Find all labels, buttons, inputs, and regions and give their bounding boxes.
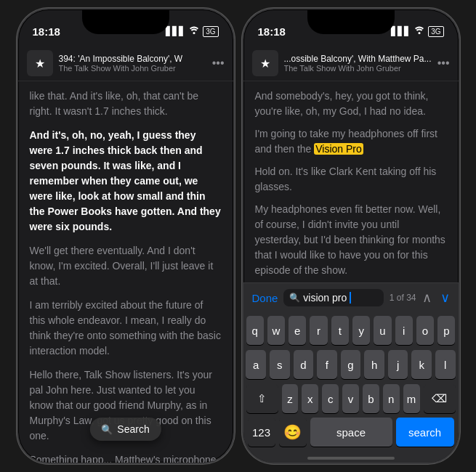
find-input-wrapper[interactable]: 🔍 vision pro (283, 289, 383, 306)
key-n[interactable]: n (383, 384, 400, 413)
more-options-right[interactable]: ••• (437, 57, 450, 70)
transcript-r4: My headphones even fit better now. Well,… (255, 202, 447, 278)
key-x[interactable]: x (302, 384, 318, 413)
status-time-left: 18:18 (33, 25, 60, 38)
key-h[interactable]: h (364, 350, 384, 379)
phone-notch (82, 9, 169, 34)
key-s[interactable]: s (270, 350, 290, 379)
find-count: 1 of 34 (390, 293, 416, 303)
status-icons-right: ▋▋▋ 3G (391, 26, 443, 37)
keyboard-row-1: q w e r t y u i o p (243, 312, 459, 346)
transcript-right: And somebody's, hey, you got to think, y… (243, 81, 459, 282)
app-container: 18:18 ▋▋▋ 3G ★ 394: 'An Impossible Balco… (0, 0, 476, 472)
wifi-icon-right (414, 26, 424, 36)
right-phone: 18:18 ▋▋▋ 3G ★ ...ossible Balcony', With… (242, 8, 460, 464)
transcript-r1: And somebody's, hey, you got to think, y… (255, 89, 447, 119)
now-playing-info-left: 394: 'An Impossible Balcony', W The Talk… (59, 54, 206, 73)
key-v[interactable]: v (342, 384, 359, 413)
find-nav: ∧ ∨ (422, 290, 450, 306)
key-l[interactable]: l (435, 350, 456, 379)
key-e[interactable]: e (289, 316, 306, 345)
transcript-r3: Hold on. It's like Clark Kent taking off… (255, 164, 447, 195)
keyboard-home-indicator-area (243, 457, 459, 463)
keyboard: q w e r t y u i o p a s d f g h j k l (243, 312, 459, 463)
key-i[interactable]: i (395, 316, 413, 345)
find-prev-button[interactable]: ∧ (422, 290, 432, 306)
number-key[interactable]: 123 (248, 418, 275, 447)
key-j[interactable]: j (388, 350, 408, 379)
transcript-p6: Something happ... Matthew's microphone t… (30, 452, 222, 463)
transcript-p2: And it's, oh, no, yeah, I guess they wer… (30, 128, 222, 235)
shift-key[interactable]: ⇧ (246, 384, 278, 413)
now-playing-title-right: ...ossible Balcony', With Matthew Pa... (284, 54, 432, 64)
transcript-text-left: like that. And it's like, oh, that can't… (30, 89, 222, 463)
key-p[interactable]: p (437, 316, 455, 345)
transcript-r2: I'm going to take my headphones off firs… (255, 126, 447, 157)
emoji-key[interactable]: 😊 (279, 418, 307, 447)
key-f[interactable]: f (317, 350, 337, 379)
search-tooltip[interactable]: 🔍 Search (89, 418, 161, 441)
key-b[interactable]: b (363, 384, 379, 413)
now-playing-show-left: The Talk Show With John Gruber (59, 64, 206, 73)
now-playing-show-right: The Talk Show With John Gruber (284, 64, 432, 73)
svg-point-1 (419, 32, 421, 34)
search-key[interactable]: search (396, 418, 454, 447)
key-u[interactable]: u (374, 316, 391, 345)
more-options-left[interactable]: ••• (212, 57, 225, 70)
key-g[interactable]: g (341, 350, 361, 379)
signal-icon-right: ▋▋▋ (391, 26, 411, 36)
status-time-right: 18:18 (258, 25, 286, 38)
keyboard-row-2: a s d f g h j k l (243, 346, 459, 381)
search-tooltip-icon: 🔍 (101, 424, 113, 435)
star-icon-right: ★ (260, 57, 270, 70)
status-icons-left: ▋▋▋ 3G (166, 26, 218, 37)
key-z[interactable]: z (282, 384, 299, 413)
find-query-text: vision pro (303, 292, 347, 304)
vision-pro-highlight: Vision Pro (314, 143, 363, 155)
find-bar: Done 🔍 vision pro 1 of 34 ∧ ∨ (243, 282, 459, 312)
svg-point-0 (193, 32, 195, 34)
now-playing-bar-left[interactable]: ★ 394: 'An Impossible Balcony', W The Ta… (18, 46, 233, 81)
key-o[interactable]: o (416, 316, 434, 345)
left-phone: 18:18 ▋▋▋ 3G ★ 394: 'An Impossible Balco… (17, 8, 235, 464)
key-q[interactable]: q (246, 316, 264, 345)
key-a[interactable]: a (246, 350, 266, 379)
now-playing-title-left: 394: 'An Impossible Balcony', W (59, 54, 206, 64)
transcript-p4: I am terribly excited about the future o… (30, 298, 222, 359)
key-k[interactable]: k (411, 350, 432, 379)
space-key[interactable]: space (310, 418, 392, 447)
battery-icon-right: 3G (428, 26, 443, 37)
podcast-icon-right: ★ (252, 50, 278, 76)
find-next-button[interactable]: ∨ (440, 290, 450, 306)
transcript-p3: We'll get there eventually. And I don't … (30, 243, 222, 289)
podcast-icon-left: ★ (27, 50, 53, 76)
key-d[interactable]: d (294, 350, 314, 379)
keyboard-row-3: ⇧ z x c v b n m ⌫ (243, 381, 459, 415)
phone-notch-right (307, 9, 395, 34)
key-r[interactable]: r (310, 316, 327, 345)
home-indicator (307, 457, 395, 460)
now-playing-bar-right[interactable]: ★ ...ossible Balcony', With Matthew Pa..… (243, 46, 459, 81)
signal-icon-left: ▋▋▋ (166, 26, 185, 36)
find-cursor (350, 292, 351, 304)
find-done-button[interactable]: Done (252, 292, 278, 304)
keyboard-bottom-row: 123 😊 space search (243, 415, 459, 455)
key-y[interactable]: y (352, 316, 370, 345)
wifi-icon-left (189, 26, 199, 36)
transcript-p1: like that. And it's like, oh, that can't… (30, 89, 222, 119)
star-icon-left: ★ (35, 57, 45, 70)
search-tooltip-label: Search (117, 423, 149, 435)
transcript-text-right: And somebody's, hey, you got to think, y… (255, 89, 447, 278)
now-playing-info-right: ...ossible Balcony', With Matthew Pa... … (284, 54, 432, 73)
battery-icon-left: 3G (203, 26, 218, 37)
key-c[interactable]: c (322, 384, 339, 413)
backspace-key[interactable]: ⌫ (424, 384, 456, 413)
find-search-icon: 🔍 (289, 293, 300, 303)
transcript-left: like that. And it's like, oh, that can't… (18, 81, 233, 463)
key-w[interactable]: w (267, 316, 285, 345)
key-t[interactable]: t (331, 316, 349, 345)
key-m[interactable]: m (403, 384, 420, 413)
